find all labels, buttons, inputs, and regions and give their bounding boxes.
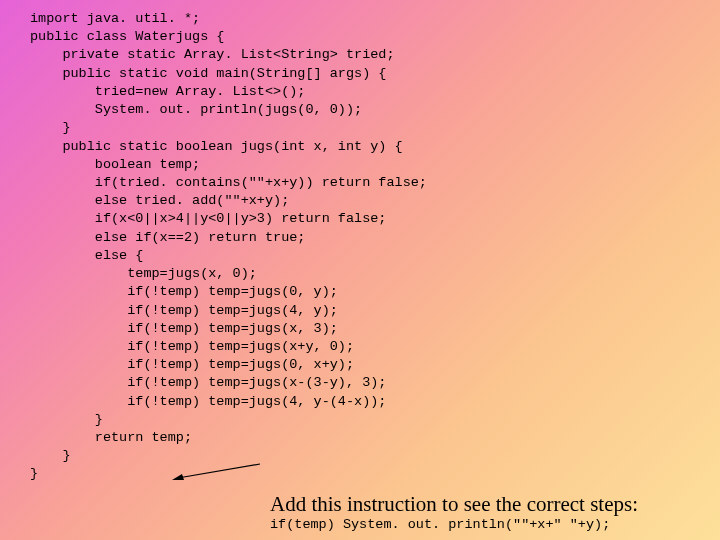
code-line: if(!temp) temp=jugs(x-(3-y), 3);	[30, 375, 386, 390]
code-line: if(!temp) temp=jugs(0, y);	[30, 284, 338, 299]
code-line: System. out. println(jugs(0, 0));	[30, 102, 362, 117]
annotation-code: if(temp) System. out. println(""+x+" "+y…	[270, 516, 610, 534]
code-line: }	[30, 466, 38, 481]
code-line: if(!temp) temp=jugs(x+y, 0);	[30, 339, 354, 354]
code-line: if(!temp) temp=jugs(0, x+y);	[30, 357, 354, 372]
code-line: }	[30, 448, 71, 463]
code-line: else tried. add(""+x+y);	[30, 193, 289, 208]
code-line: return temp;	[30, 430, 192, 445]
code-line: else if(x==2) return true;	[30, 230, 305, 245]
code-line: tried=new Array. List<>();	[30, 84, 305, 99]
code-line: if(x<0||x>4||y<0||y>3) return false;	[30, 211, 386, 226]
code-block: import java. util. *; public class Water…	[30, 10, 720, 484]
code-line: private static Array. List<String> tried…	[30, 47, 395, 62]
code-line: public static boolean jugs(int x, int y)…	[30, 139, 403, 154]
code-line: temp=jugs(x, 0);	[30, 266, 257, 281]
code-line: else {	[30, 248, 143, 263]
code-line: if(!temp) temp=jugs(4, y-(4-x));	[30, 394, 386, 409]
code-line: boolean temp;	[30, 157, 200, 172]
code-line: if(!temp) temp=jugs(4, y);	[30, 303, 338, 318]
code-line: public static void main(String[] args) {	[30, 66, 386, 81]
code-line: if(tried. contains(""+x+y)) return false…	[30, 175, 427, 190]
code-line: }	[30, 412, 103, 427]
code-line: if(!temp) temp=jugs(x, 3);	[30, 321, 338, 336]
code-line: }	[30, 120, 71, 135]
annotation-text: Add this instruction to see the correct …	[270, 490, 638, 518]
code-line: public class Waterjugs {	[30, 29, 224, 44]
code-line: import java. util. *;	[30, 11, 200, 26]
